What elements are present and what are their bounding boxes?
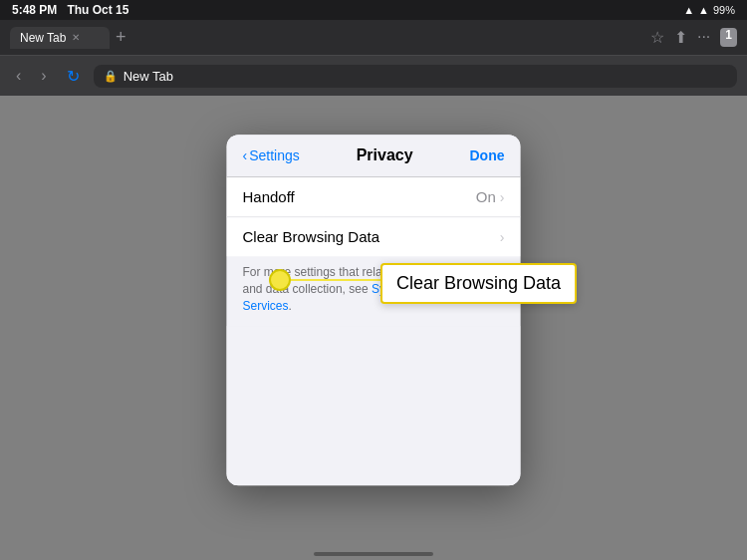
battery-display: 99%	[713, 4, 735, 16]
toolbar-right: ☆ ⬆ ··· 1	[650, 28, 737, 47]
callout-line	[291, 279, 380, 281]
clear-browsing-data-value: ›	[500, 229, 505, 245]
handoff-chevron-icon: ›	[500, 189, 505, 205]
modal-header: ‹ Settings Privacy Done	[227, 135, 521, 177]
signal-icon: ▲	[698, 4, 709, 16]
home-indicator	[314, 552, 433, 556]
modal-body: Handoff On › Clear Browsing Data › For m…	[227, 177, 521, 485]
address-text: New Tab	[124, 69, 173, 84]
status-bar: 5:48 PM Thu Oct 15 ▲ ▲ 99%	[0, 0, 747, 20]
privacy-modal: ‹ Settings Privacy Done Handoff On › Cle…	[227, 135, 521, 485]
tab-count-button[interactable]: 1	[720, 28, 737, 47]
back-label: Settings	[249, 147, 300, 163]
callout-annotation: Clear Browsing Data	[269, 263, 577, 304]
settings-section: Handoff On › Clear Browsing Data ›	[227, 177, 521, 256]
address-bar[interactable]: 🔒 New Tab	[94, 65, 737, 88]
callout-dot	[269, 269, 291, 291]
tab-bar: New Tab ✕ + ☆ ⬆ ··· 1	[0, 20, 747, 56]
chevron-left-icon: ‹	[243, 147, 248, 163]
date-display: Thu Oct 15	[67, 3, 128, 17]
modal-title: Privacy	[357, 146, 413, 164]
status-indicators: ▲ ▲ 99%	[683, 4, 735, 16]
handoff-label: Handoff	[243, 188, 295, 205]
status-time: 5:48 PM Thu Oct 15	[12, 3, 128, 17]
handoff-value: On ›	[476, 188, 505, 205]
active-tab[interactable]: New Tab ✕	[10, 27, 110, 49]
new-tab-button[interactable]: +	[116, 27, 126, 48]
star-button[interactable]: ☆	[650, 28, 664, 47]
tab-label: New Tab	[20, 31, 66, 45]
reload-button[interactable]: ↻	[61, 65, 86, 88]
browser-toolbar: ‹ › ↻ 🔒 New Tab	[0, 56, 747, 96]
handoff-status: On	[476, 188, 496, 205]
more-button[interactable]: ···	[697, 28, 710, 47]
modal-back-button[interactable]: ‹ Settings	[243, 147, 300, 163]
share-button[interactable]: ⬆	[674, 28, 687, 47]
tab-close-button[interactable]: ✕	[72, 32, 80, 43]
clear-browsing-data-row[interactable]: Clear Browsing Data ›	[227, 217, 521, 256]
browser-chrome: 5:48 PM Thu Oct 15 ▲ ▲ 99% New Tab ✕ + ☆…	[0, 0, 747, 96]
address-lock-icon: 🔒	[104, 70, 118, 83]
forward-button[interactable]: ›	[35, 65, 52, 87]
handoff-row[interactable]: Handoff On ›	[227, 177, 521, 217]
clear-browsing-data-chevron-icon: ›	[500, 229, 505, 245]
modal-done-button[interactable]: Done	[469, 147, 504, 163]
back-button[interactable]: ‹	[10, 65, 27, 87]
time-display: 5:48 PM	[12, 3, 57, 17]
browser-area: ‹ Settings Privacy Done Handoff On › Cle…	[0, 96, 747, 560]
clear-browsing-data-label: Clear Browsing Data	[243, 228, 380, 245]
modal-empty-space	[227, 327, 521, 486]
wifi-icon: ▲	[683, 4, 694, 16]
callout-box: Clear Browsing Data	[380, 263, 577, 304]
callout-text: Clear Browsing Data	[396, 273, 561, 293]
